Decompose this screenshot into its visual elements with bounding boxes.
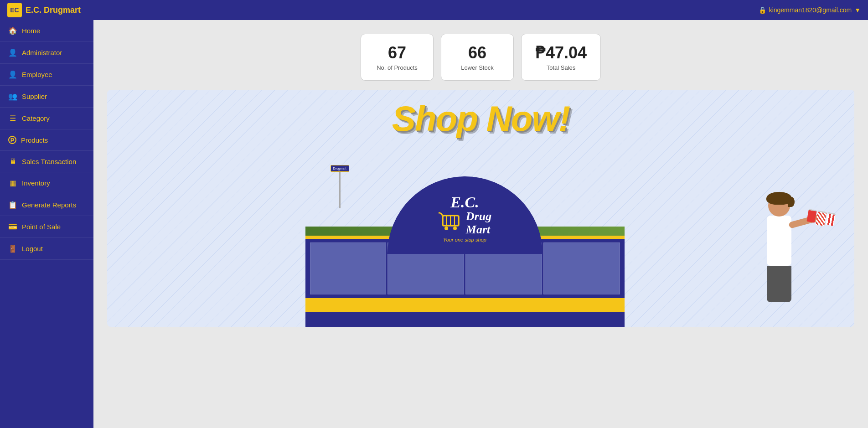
brand-title: E.C. Drugmart xyxy=(26,5,81,15)
window-4 xyxy=(543,242,620,294)
employee-icon: 👤 xyxy=(8,70,17,79)
administrator-icon: 👤 xyxy=(8,48,17,57)
products-count-label: No. of Products xyxy=(375,64,419,71)
products-icon: P xyxy=(8,136,16,144)
pos-icon: 💳 xyxy=(8,222,17,231)
sidebar-item-administrator[interactable]: 👤 Administrator xyxy=(0,42,93,64)
bag-striped xyxy=(815,211,827,227)
sidebar-item-employee[interactable]: 👤 Employee xyxy=(0,64,93,86)
woman-ponytail xyxy=(788,197,795,207)
shop-now-text: Shop Now! xyxy=(392,98,569,139)
sidebar-item-category[interactable]: ☰ Category xyxy=(0,108,93,129)
sidebar-item-point-of-sale[interactable]: 💳 Point of Sale xyxy=(0,216,93,238)
sidebar-label-employee: Employee xyxy=(22,71,52,78)
woman-body xyxy=(767,216,791,266)
sidebar-label-home: Home xyxy=(22,27,40,35)
sidebar-item-products[interactable]: P Products xyxy=(0,129,93,151)
reports-icon: 📋 xyxy=(8,201,17,209)
woman-figure xyxy=(749,195,809,327)
sidebar-label-point-of-sale: Point of Sale xyxy=(22,223,61,231)
supplier-icon: 👥 xyxy=(8,92,17,101)
sign-pole xyxy=(339,172,341,208)
drug-mart-text: Drug Mart xyxy=(466,210,491,236)
sidebar-item-logout[interactable]: 🚪 Logout xyxy=(0,238,93,260)
sidebar-item-sales-transaction[interactable]: 🖥 Sales Transaction xyxy=(0,151,93,172)
stats-row: 67 No. of Products 66 Lower Stock ₱47.04… xyxy=(93,20,868,81)
store-arch: E.C. xyxy=(388,176,542,254)
dropdown-arrow-icon: ▼ xyxy=(854,6,861,14)
products-count-value: 67 xyxy=(375,43,419,62)
sidebar-label-supplier: Supplier xyxy=(22,93,47,100)
stat-card-lower-stock: 66 Lower Stock xyxy=(441,34,514,81)
banner-area: Shop Now! E.C. xyxy=(107,90,854,327)
store-container: E.C. xyxy=(305,163,625,327)
sidebar-label-sales-transaction: Sales Transaction xyxy=(22,158,76,165)
stat-card-total-sales: ₱47.04 Total Sales xyxy=(521,34,601,81)
svg-point-3 xyxy=(444,227,448,230)
navbar: EC E.C. Drugmart 🔒 kingemman1820@gmail.c… xyxy=(0,0,868,20)
sidebar: 🏠 Home 👤 Administrator 👤 Employee 👥 Supp… xyxy=(0,20,93,428)
sidebar-label-logout: Logout xyxy=(22,245,43,253)
woman-legs xyxy=(767,266,791,302)
sidebar-item-inventory[interactable]: ▦ Inventory xyxy=(0,172,93,194)
store-ec-text: E.C. xyxy=(450,195,479,210)
lower-stock-value: 66 xyxy=(455,43,500,62)
bag-red xyxy=(806,209,817,223)
sidebar-label-administrator: Administrator xyxy=(22,49,62,57)
sign-post: Drugmart xyxy=(331,165,349,208)
facade-bottom-stripe xyxy=(305,298,625,312)
total-sales-label: Total Sales xyxy=(535,64,587,71)
sidebar-label-inventory: Inventory xyxy=(22,179,50,187)
sidebar-label-generate-reports: Generate Reports xyxy=(22,201,76,209)
stat-card-products: 67 No. of Products xyxy=(361,34,434,81)
svg-point-4 xyxy=(453,227,457,230)
sales-icon: 🖥 xyxy=(8,157,17,165)
sidebar-label-products: Products xyxy=(21,136,48,144)
user-email: kingemman1820@gmail.com xyxy=(769,6,852,14)
sign-board: Drugmart xyxy=(331,165,349,172)
lock-icon: 🔒 xyxy=(759,6,766,14)
inventory-icon: ▦ xyxy=(8,179,17,187)
store-tagline: Your one stop shop xyxy=(443,237,486,242)
user-menu[interactable]: 🔒 kingemman1820@gmail.com ▼ xyxy=(759,6,861,14)
sidebar-label-category: Category xyxy=(22,114,50,122)
brand-icon: EC xyxy=(7,3,22,17)
category-icon: ☰ xyxy=(8,114,17,123)
home-icon: 🏠 xyxy=(8,26,17,35)
woman-head xyxy=(768,195,790,217)
store-logo-cart-row: Drug Mart xyxy=(438,210,491,236)
sidebar-item-home[interactable]: 🏠 Home xyxy=(0,20,93,42)
total-sales-value: ₱47.04 xyxy=(535,43,587,62)
window-1 xyxy=(310,242,387,294)
lower-stock-label: Lower Stock xyxy=(455,64,500,71)
brand: EC E.C. Drugmart xyxy=(7,3,81,17)
logout-icon: 🚪 xyxy=(8,244,17,253)
sidebar-item-generate-reports[interactable]: 📋 Generate Reports xyxy=(0,194,93,216)
content-area: 67 No. of Products 66 Lower Stock ₱47.04… xyxy=(93,20,868,428)
main-layout: 🏠 Home 👤 Administrator 👤 Employee 👥 Supp… xyxy=(0,20,868,428)
sidebar-item-supplier[interactable]: 👥 Supplier xyxy=(0,86,93,108)
svg-line-1 xyxy=(440,213,443,216)
cart-icon xyxy=(438,212,463,235)
